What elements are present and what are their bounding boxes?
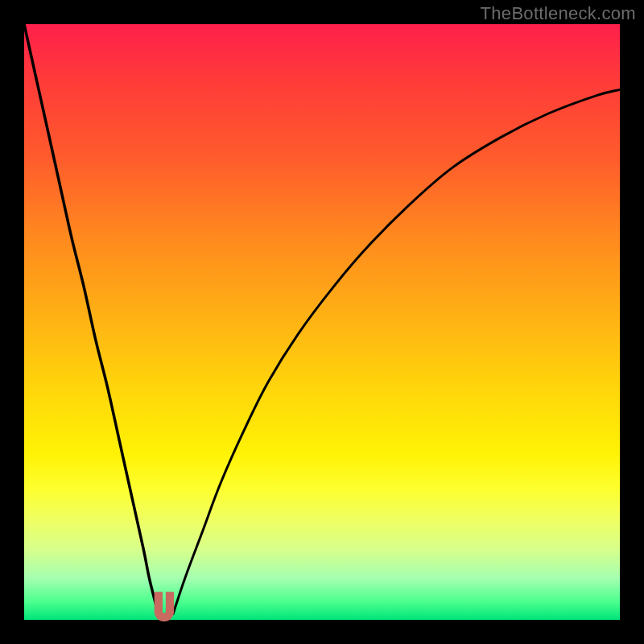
chart-svg [24, 24, 620, 620]
bottleneck-curve-right [173, 89, 620, 613]
plot-area [24, 24, 620, 620]
bottleneck-curve-left [24, 24, 159, 614]
watermark-text: TheBottleneck.com [481, 3, 636, 24]
curve-group [24, 24, 620, 621]
chart-container: TheBottleneck.com [0, 0, 644, 644]
u-marker [155, 592, 174, 621]
